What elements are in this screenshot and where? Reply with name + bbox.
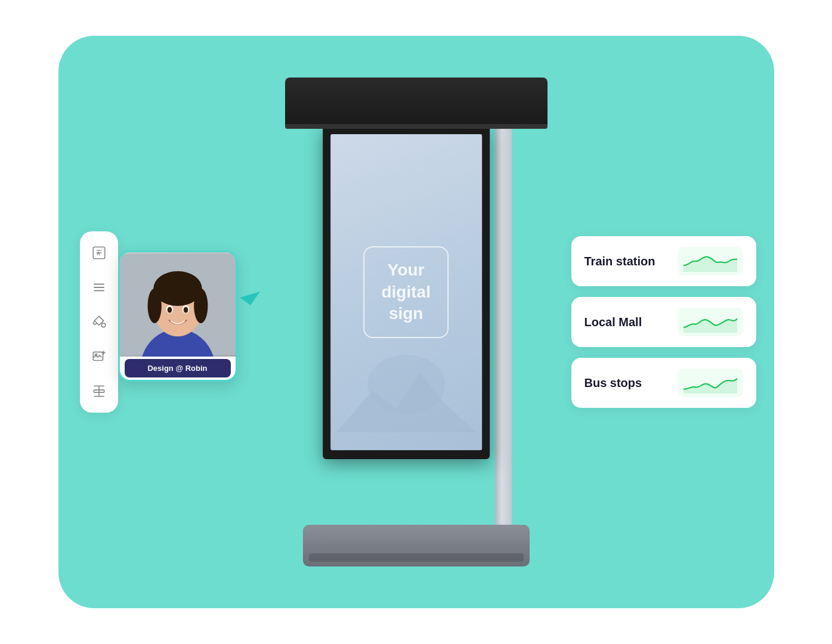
scene-background: A bbox=[58, 36, 774, 608]
svg-point-21 bbox=[194, 289, 208, 323]
location-label-train: Train station bbox=[584, 255, 655, 268]
svg-marker-14 bbox=[336, 373, 476, 432]
svg-point-5 bbox=[101, 323, 106, 327]
text-box-icon[interactable]: A bbox=[88, 242, 110, 264]
image-plus-icon[interactable] bbox=[88, 346, 110, 367]
screen-text-box: Your digital sign bbox=[363, 246, 448, 338]
arrow-pointer bbox=[243, 286, 256, 303]
location-card-bus[interactable]: Bus stops bbox=[571, 358, 756, 408]
svg-text:A: A bbox=[96, 250, 100, 256]
screen-line3: sign bbox=[381, 303, 430, 324]
align-icon[interactable] bbox=[88, 380, 110, 402]
bus-stop: Your digital sign bbox=[273, 78, 559, 566]
screen-line2: digital bbox=[381, 281, 430, 303]
paint-icon[interactable] bbox=[88, 311, 110, 333]
location-card-mall[interactable]: Local Mall bbox=[571, 297, 756, 347]
user-badge: Design @ Robin bbox=[125, 359, 231, 377]
sparkline-train bbox=[678, 247, 743, 275]
location-label-bus: Bus stops bbox=[584, 376, 642, 390]
display-screen: Your digital sign bbox=[330, 134, 482, 450]
support-pole bbox=[495, 122, 512, 528]
screen-line1: Your bbox=[381, 259, 430, 281]
canopy bbox=[285, 78, 548, 125]
location-label-mall: Local Mall bbox=[584, 315, 642, 329]
sparkline-mall bbox=[678, 308, 743, 336]
toolbar: A bbox=[80, 231, 118, 413]
svg-point-24 bbox=[167, 307, 172, 313]
location-cards: Train station Local Mall Bus stops bbox=[571, 236, 756, 408]
svg-point-20 bbox=[147, 289, 161, 323]
location-card-train[interactable]: Train station bbox=[571, 236, 756, 286]
arrow-triangle bbox=[239, 284, 259, 305]
svg-point-25 bbox=[183, 307, 188, 313]
list-icon[interactable] bbox=[88, 277, 110, 298]
user-photo bbox=[120, 252, 236, 357]
base-platform bbox=[303, 525, 530, 566]
user-card: Design @ Robin bbox=[118, 250, 237, 382]
sparkline-bus bbox=[678, 369, 743, 397]
display-panel: Your digital sign bbox=[323, 125, 490, 459]
